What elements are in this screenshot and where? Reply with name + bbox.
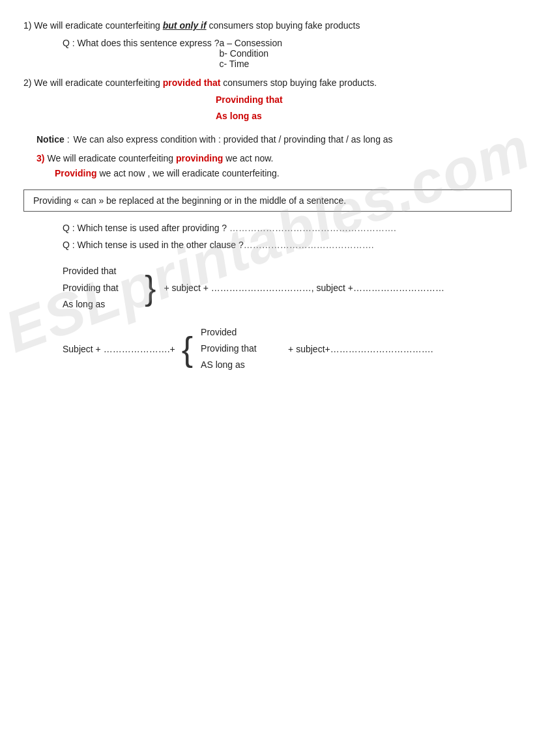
formula2-word3: AS long as [201,357,279,373]
formula2-group: Subject + ………………….+ { Provided Providing… [63,324,512,374]
box-text: Providing « can » be replaced at the beg… [33,195,346,206]
q1-highlight: but only if [163,20,207,31]
question-1: 1) We will eradicate counterfeiting but … [23,18,512,34]
formula1-section: Provided that Providing that As long as … [63,263,512,313]
q2-highlight2: Provinding that [216,94,283,105]
providing-box: Providing « can » be replaced at the beg… [23,189,512,212]
q1-prefix: 1) We will eradicate counterfeiting [23,20,163,31]
q1-option-c: c- Time [219,59,282,69]
q1-suffix: consumers stop buying fake products [207,20,360,31]
q-tense1-dots: ………………………………………………. [229,223,396,233]
right-bracket-1: } [145,271,156,305]
q1-option-a: a – Consession [219,38,282,48]
formula1-group: Provided that Providing that As long as … [63,263,512,313]
formula2-prefix: Subject + ………………….+ [63,344,175,354]
q3a-text: We will eradicate counterfeiting [47,153,173,163]
q-tense2-dots: ……………………………………. [244,240,374,250]
q1-question-label: Q : What does this sentence express ? [63,38,219,48]
notice-text: We can also express condition with : pro… [74,132,393,148]
formula1-words: Provided that Providing that As long as [63,263,141,313]
q2-prefix: 2) We will eradicate counterfeiting [23,77,163,88]
formula1-after: + subject + ……………………………, subject +………………… [164,283,444,293]
question-3a: 3) We will eradicate counterfeiting prov… [36,153,512,163]
q2-highlight3: As long as [216,111,262,121]
left-bracket-2: { [182,332,193,366]
question-2: 2) We will eradicate counterfeiting prov… [23,76,512,91]
q-tense1-label: Q : Which tense is used after providing … [63,223,229,233]
q1-option-b: b- Condition [219,48,282,59]
page: 1) We will eradicate counterfeiting but … [0,0,535,404]
q-tense1-line: Q : Which tense is used after providing … [63,221,512,236]
notice-line: Notice : We can also express condition w… [23,132,512,148]
q1-answers: a – Consession b- Condition c- Time [219,38,282,69]
q3a-suffix: we act now. [225,153,273,163]
formula1-word2: Providing that [63,280,141,296]
q2-highlight3-line: As long as [216,109,512,124]
q-tense2-line: Q : Which tense is used in the other cla… [63,238,512,253]
formula2-word1: Provided [201,324,279,341]
formula2-after: + subject+……………………………. [288,344,433,354]
formula2-words: Provided Providing that AS long as [201,324,279,374]
q3b-highlight: Providing [55,168,97,178]
formula2-section: Subject + ………………….+ { Provided Providing… [63,324,512,374]
question-3b: Providing we act now , we will eradicate… [55,166,512,182]
notice-section: Notice : We can also express condition w… [23,132,512,148]
q2-highlight1: provided that [163,77,221,88]
q2-highlight2-line: Provinding that [216,92,512,108]
q3a-highlight: provinding [176,153,223,163]
notice-label: Notice : [36,132,70,148]
q2-middle: consumers stop buying fake products. [220,77,377,88]
q-tense2-label: Q : Which tense is used in the other cla… [63,240,244,250]
formula1-word3: As long as [63,296,141,313]
q3b-suffix: we act now , we will eradicate counterfe… [97,168,280,178]
q3-num: 3) [36,153,44,163]
q1-subquestion: Q : What does this sentence express ? a … [63,38,512,69]
formula1-word1: Provided that [63,263,141,279]
formula2-word2: Providing that [201,341,279,357]
